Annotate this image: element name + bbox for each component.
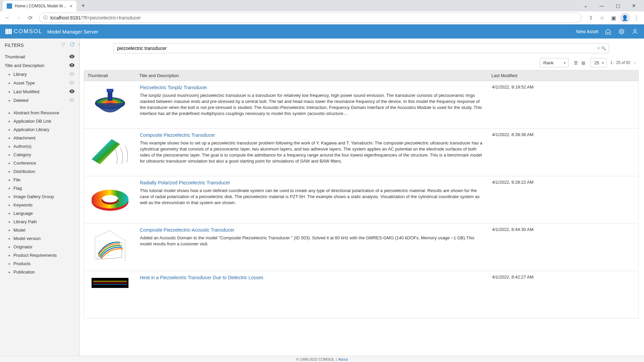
filter-item[interactable]: ▸Library Path: [0, 218, 79, 226]
next-page-icon[interactable]: →: [633, 60, 637, 65]
filter-item[interactable]: ▸Conference: [0, 159, 79, 167]
col-header-title[interactable]: Title and Description: [136, 70, 488, 81]
window-close-icon[interactable]: ✕: [627, 1, 641, 11]
search-input[interactable]: [117, 46, 599, 51]
filter-item[interactable]: ▸Model version: [0, 234, 79, 243]
tab-strip: Home | COMSOL Model Manage × + ⌄ — ▢ ✕: [0, 0, 644, 11]
result-title-link[interactable]: Radially Polarized Piezoelectric Transdu…: [140, 180, 484, 186]
new-asset-button[interactable]: New Asset: [576, 29, 598, 34]
sort-dropdown[interactable]: Rank: [540, 58, 569, 67]
footer-about-link[interactable]: About: [338, 357, 348, 361]
filter-item[interactable]: ▸Asset Type: [0, 78, 79, 87]
caret-icon: ▸: [9, 220, 12, 224]
caret-icon: ▸: [9, 195, 12, 198]
svg-point-15: [103, 196, 117, 202]
filter-item[interactable]: ▸Publication: [0, 268, 79, 276]
app-title: Model Manager Server: [47, 29, 99, 35]
home-icon[interactable]: [604, 28, 612, 35]
filter-item[interactable]: ▸Model: [0, 226, 79, 234]
caret-icon: ▸: [9, 245, 12, 249]
grid-view-icon[interactable]: ▦: [580, 59, 587, 66]
nav-back-button[interactable]: ←: [3, 13, 12, 22]
filter-item[interactable]: ▸Category: [0, 150, 79, 159]
visibility-icon[interactable]: [69, 98, 75, 103]
filter-item[interactable]: ▸Distribution: [0, 167, 79, 176]
site-info-icon[interactable]: ⓘ: [43, 15, 48, 21]
result-title-cell: Piezoelectric Tonpilz Transducer The ton…: [136, 81, 488, 128]
browser-menu-icon[interactable]: ⋮: [631, 13, 641, 23]
window-dropdown-icon[interactable]: ⌄: [578, 1, 593, 11]
filter-item[interactable]: ▸Last Modified: [0, 87, 79, 96]
filter-item[interactable]: ▸Products: [0, 259, 79, 268]
search-row: ✕ 🔍: [80, 39, 643, 57]
filter-item[interactable]: ▸Product Requirements: [0, 251, 79, 259]
result-title-link[interactable]: Composite Piezoelectric Transducer: [140, 132, 484, 139]
bookmark-icon[interactable]: ☆: [597, 13, 607, 23]
side-panel-icon[interactable]: ▣: [608, 13, 619, 23]
share-icon[interactable]: ⇪: [586, 13, 596, 23]
caret-icon: ▸: [9, 72, 12, 76]
result-title-cell: Composite Piezoelectric-Acoustic Transdu…: [136, 224, 488, 271]
filter-item[interactable]: ▸Library: [0, 70, 79, 78]
page-size-dropdown[interactable]: 25: [591, 58, 607, 67]
result-row: Composite Piezoelectric Transducer This …: [84, 129, 639, 176]
search-icon[interactable]: 🔍: [601, 46, 606, 51]
filter-item[interactable]: ▸File: [0, 176, 79, 184]
filter-item[interactable]: ▸Deleted: [0, 96, 79, 105]
caret-icon: ▸: [9, 237, 12, 240]
result-thumbnail[interactable]: [84, 271, 136, 318]
col-header-modified[interactable]: Last Modified: [488, 70, 638, 81]
clear-filters-icon[interactable]: [61, 42, 66, 48]
collapse-panel-icon[interactable]: «: [78, 43, 80, 46]
url-bar[interactable]: ⓘ localhost:8181/?ft=piezoelectric+trans…: [39, 13, 582, 23]
url-text: localhost:8181/?ft=piezoelectric+transdu…: [50, 15, 577, 20]
tab-close-icon[interactable]: ×: [70, 3, 72, 9]
filter-item[interactable]: ▸Image Gallery Group: [0, 192, 79, 201]
visibility-icon[interactable]: [69, 80, 75, 85]
result-modified: 4/1/2022, 8:42:27 AM: [488, 271, 638, 318]
result-title-cell: Radially Polarized Piezoelectric Transdu…: [136, 176, 488, 223]
visibility-icon[interactable]: [69, 54, 75, 59]
comsol-logo[interactable]: COMSOL: [5, 28, 43, 35]
result-title-link[interactable]: Heat in a Piezoelectric Transducer Due t…: [140, 275, 484, 281]
filter-item[interactable]: Title and Description: [0, 61, 79, 70]
result-row: Composite Piezoelectric-Acoustic Transdu…: [84, 224, 639, 271]
new-tab-button[interactable]: +: [78, 1, 88, 10]
filter-item[interactable]: ▸Application DB Link: [0, 117, 79, 125]
window-maximize-icon[interactable]: ▢: [610, 1, 625, 11]
caret-icon: ▸: [9, 228, 12, 232]
filter-item[interactable]: Thumbnail: [0, 52, 79, 61]
gear-icon[interactable]: [618, 28, 625, 35]
caret-icon: ▸: [9, 136, 12, 140]
window-minimize-icon[interactable]: —: [594, 1, 609, 11]
result-thumbnail[interactable]: [84, 224, 136, 271]
app-header: COMSOL Model Manager Server New Asset: [0, 24, 644, 39]
filter-item[interactable]: ▸Flag: [0, 184, 79, 192]
filter-item[interactable]: ▸Abstract from Resource: [0, 109, 79, 117]
visibility-icon[interactable]: [69, 71, 75, 77]
visibility-icon[interactable]: [69, 63, 75, 68]
result-thumbnail[interactable]: [84, 176, 136, 223]
tab-title: Home | COMSOL Model Manage: [15, 4, 67, 8]
filter-item[interactable]: ▸Keywords: [0, 201, 79, 209]
result-thumbnail[interactable]: [84, 81, 136, 128]
profile-button[interactable]: 👤: [620, 13, 630, 23]
clear-search-icon[interactable]: ✕: [597, 46, 600, 51]
col-header-thumbnail[interactable]: Thumbnail: [84, 70, 136, 81]
refresh-filters-icon[interactable]: [69, 42, 75, 48]
list-view-icon[interactable]: ☰: [572, 59, 580, 66]
nav-forward-button[interactable]: →: [14, 13, 23, 22]
nav-reload-button[interactable]: ⟳: [25, 13, 35, 22]
filter-item[interactable]: ▸Language: [0, 209, 79, 218]
user-icon[interactable]: [631, 28, 639, 35]
filter-item[interactable]: ▸Application Library: [0, 125, 79, 134]
filter-item[interactable]: ▸Author(s): [0, 142, 79, 150]
filter-item[interactable]: ▸Originator: [0, 243, 79, 251]
filter-item[interactable]: ▸Attachment: [0, 134, 79, 142]
visibility-icon[interactable]: [69, 89, 75, 94]
result-thumbnail[interactable]: [84, 129, 136, 176]
result-title-link[interactable]: Piezoelectric Tonpilz Transducer: [140, 84, 484, 91]
svg-point-1: [634, 29, 636, 32]
result-title-link[interactable]: Composite Piezoelectric-Acoustic Transdu…: [140, 227, 484, 234]
browser-tab[interactable]: Home | COMSOL Model Manage ×: [3, 1, 76, 11]
